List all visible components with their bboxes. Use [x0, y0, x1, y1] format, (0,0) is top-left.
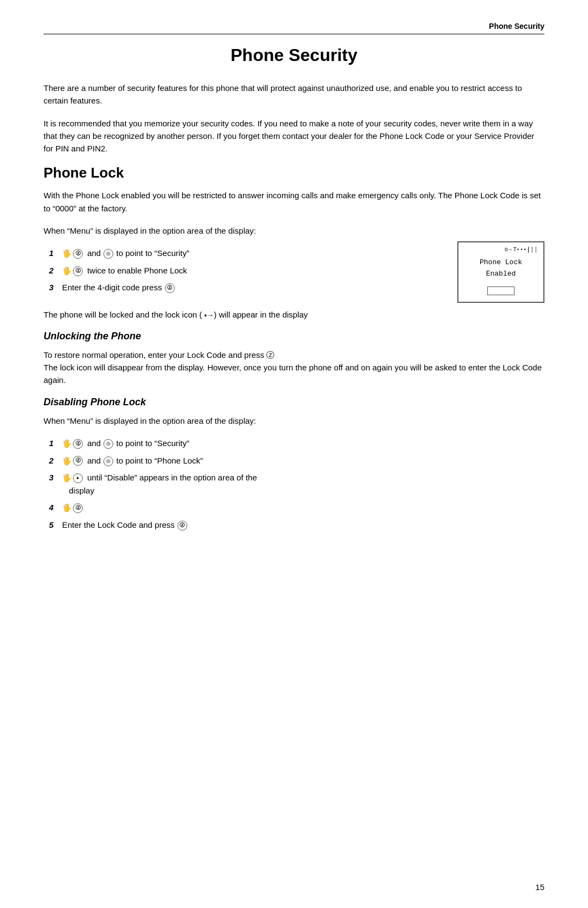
page-header: Phone Security [44, 22, 544, 34]
disabling-menu-prompt: When “Menu” is displayed in the option a… [44, 415, 544, 427]
phone-lock-heading: Phone Lock [44, 164, 544, 181]
disable-step-num-3: 3 [49, 471, 62, 484]
ok-icon-d5: ⓩ [177, 521, 187, 531]
disable-step-4: 4 🖐 ⓩ [49, 501, 544, 514]
step-content-3: Enter the 4-digit code press ⓩ [62, 281, 446, 294]
ok-icon-d1: ⓩ [73, 439, 83, 449]
unlocking-text: To restore normal operation, enter your … [44, 349, 544, 387]
unlocking-text-1: To restore normal operation, enter your … [44, 350, 274, 359]
intro-paragraph-2: It is recommended that you memorize your… [44, 117, 544, 155]
disable-step-num-5: 5 [49, 519, 62, 531]
scroll-icon-d1: ◎ [103, 439, 113, 449]
disable-step-2: 2 🖐 ⓩ and ◎ to point to “Phone Lock” [49, 454, 544, 467]
hand-icon-2: 🖐 [62, 265, 71, 277]
hand-icon-d3: 🖐 [62, 472, 71, 484]
step-3: 3 Enter the 4-digit code press ⓩ [49, 281, 446, 294]
step-num-1: 1 [49, 247, 62, 259]
disable-step-content-5: Enter the Lock Code and press ⓩ [62, 519, 544, 531]
ok-icon-1: ⓩ [73, 249, 83, 259]
step-content-1: 🖐 ⓩ and ◎ to point to “Security” [62, 247, 446, 260]
phone-display-mockup: o→ T ••• ││ Phone Lock Enabled [457, 241, 544, 303]
display-softkey [487, 287, 514, 295]
disable-step-3: 3 🖐 ▸ until “Disable” appears in the opt… [49, 471, 544, 497]
hand-icon-1: 🖐 [62, 248, 71, 260]
scroll-icon-1: ◎ [103, 249, 113, 259]
lock-icon-inline: •→ [204, 311, 214, 319]
phone-lock-after-text: The phone will be locked and the lock ic… [44, 308, 544, 321]
step-1: 1 🖐 ⓩ and ◎ to point to “Security” [49, 247, 446, 260]
step-num-3: 3 [49, 281, 62, 294]
phone-lock-intro: With the Phone Lock enabled you will be … [44, 189, 544, 215]
disable-step-num-1: 1 [49, 437, 62, 449]
disable-step-num-2: 2 [49, 454, 62, 467]
page-number: 15 [535, 882, 544, 892]
hand-icon-d2: 🖐 [62, 455, 71, 467]
step-content-2: 🖐 ⓩ twice to enable Phone Lock [62, 264, 446, 277]
hand-icon-d1: 🖐 [62, 438, 71, 450]
step-2: 2 🖐 ⓩ twice to enable Phone Lock [49, 264, 446, 277]
unlocking-text-2: The lock icon will disappear from the di… [44, 363, 542, 385]
disable-step-num-4: 4 [49, 501, 62, 514]
hand-icon-d4: 🖐 [62, 502, 71, 514]
ok-icon-d2: ⓩ [73, 456, 83, 466]
disable-step-5: 5 Enter the Lock Code and press ⓩ [49, 519, 544, 531]
phone-lock-menu-prompt: When “Menu” is displayed in the option a… [44, 224, 544, 237]
disable-step-content-4: 🖐 ⓩ [62, 501, 544, 514]
unlocking-heading: Unlocking the Phone [44, 331, 544, 342]
display-topbar: o→ T ••• ││ [464, 247, 538, 253]
intro-paragraph-1: There are a number of security features … [44, 82, 544, 107]
scroll-right-icon-d3: ▸ [73, 473, 83, 483]
disable-step-content-2: 🖐 ⓩ and ◎ to point to “Phone Lock” [62, 454, 544, 467]
step-num-2: 2 [49, 264, 62, 277]
disable-step-1: 1 🖐 ⓩ and ◎ to point to “Security” [49, 437, 544, 450]
display-text: Phone Lock Enabled [464, 257, 538, 280]
ok-icon-2: ⓩ [73, 266, 83, 276]
scroll-icon-d2: ◎ [103, 456, 113, 466]
disabling-heading: Disabling Phone Lock [44, 397, 544, 408]
disabling-steps: 1 🖐 ⓩ and ◎ to point to “Security” 2 🖐 ⓩ… [44, 437, 544, 531]
disable-step-content-1: 🖐 ⓩ and ◎ to point to “Security” [62, 437, 544, 450]
ok-icon-d4: ⓩ [73, 503, 83, 513]
page-title: Phone Security [44, 45, 544, 65]
ok-icon-3: ⓩ [165, 283, 175, 293]
disable-step-content-3: 🖐 ▸ until “Disable” appears in the optio… [62, 471, 544, 497]
